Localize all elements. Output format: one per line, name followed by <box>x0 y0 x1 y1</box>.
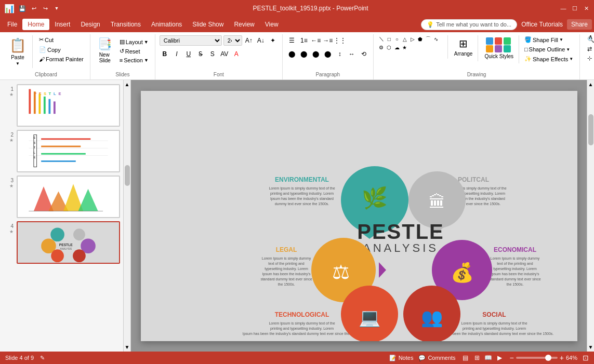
slide-preview-3[interactable] <box>17 176 120 218</box>
shape-9[interactable]: ⚙ <box>378 44 385 51</box>
slide-thumb-2[interactable]: 2 ★ E S T L E <box>3 130 120 172</box>
shape-10[interactable]: ⬡ <box>386 44 393 51</box>
canvas-scroll-down[interactable]: ▼ <box>587 343 594 352</box>
close-btn[interactable]: ✕ <box>583 5 590 12</box>
layout-button[interactable]: ▤Layout ▼ <box>117 37 151 46</box>
comments-icon: 💬 <box>418 355 426 361</box>
text-direction-btn[interactable]: ↔ <box>347 49 357 59</box>
italic-btn[interactable]: I <box>171 49 182 59</box>
slide-thumb-4[interactable]: 4 ★ PESTLE ANALYSIS <box>3 221 120 264</box>
char-spacing-btn[interactable]: AV <box>219 49 230 59</box>
underline-btn[interactable]: U <box>183 49 194 59</box>
menu-insert[interactable]: Insert <box>49 19 75 30</box>
shape-5[interactable]: ▷ <box>409 35 416 43</box>
fit-page-btn[interactable]: ⊡ <box>583 354 589 362</box>
font-family-select[interactable]: Calibri <box>160 35 222 46</box>
reset-button[interactable]: ↺Reset <box>117 47 151 56</box>
canvas-scroll-up[interactable]: ▲ <box>587 80 594 89</box>
slide-thumb-3[interactable]: 3 ★ <box>3 176 120 218</box>
shape-1[interactable]: ＼ <box>378 35 385 43</box>
tell-me-box[interactable]: 💡 Tell me what you want to do... <box>421 19 517 30</box>
restore-btn[interactable]: ☐ <box>571 5 578 12</box>
menu-view[interactable]: View <box>260 19 284 30</box>
minimize-btn[interactable]: — <box>560 5 567 12</box>
paste-button[interactable]: 📋 Paste ▼ <box>6 35 29 68</box>
menu-animations[interactable]: Animations <box>146 19 187 30</box>
notes-button[interactable]: 📝 Notes <box>389 355 414 361</box>
numbering-btn[interactable]: 1≡ <box>299 35 309 46</box>
scroll-down-btn[interactable]: ▼ <box>123 343 131 352</box>
shape-effects-button[interactable]: ✨ Shape Effects ▼ <box>522 55 575 63</box>
menu-transitions[interactable]: Transitions <box>105 19 146 30</box>
canvas-scrollbar-v[interactable]: ▲ ▼ <box>587 80 594 352</box>
increase-indent-btn[interactable]: →≡ <box>323 35 333 46</box>
share-btn[interactable]: Share <box>567 19 592 30</box>
menu-slideshow[interactable]: Slide Show <box>187 19 229 30</box>
comments-button[interactable]: 💬 Comments <box>418 355 455 361</box>
justify-btn[interactable]: ⬤ <box>323 49 333 59</box>
normal-view-btn[interactable]: ▤ <box>461 353 470 362</box>
collapse-ribbon-btn[interactable]: ∧ <box>588 33 593 41</box>
menu-design[interactable]: Design <box>75 19 105 30</box>
slide-thumb-1[interactable]: 1 ★ P E S T L E <box>3 84 120 127</box>
bullets-btn[interactable]: ☰ <box>287 35 297 46</box>
shape-6[interactable]: ⬟ <box>417 35 424 43</box>
section-button[interactable]: ≡Section ▼ <box>117 56 151 64</box>
shape-outline-button[interactable]: □ Shape Outline ▼ <box>522 45 575 53</box>
decrease-font-btn[interactable]: A↓ <box>256 35 266 46</box>
shape-7[interactable]: ⌒ <box>425 35 432 43</box>
new-slide-button[interactable]: 📑 NewSlide <box>95 35 115 65</box>
slideshow-btn[interactable]: ▶ <box>495 353 505 362</box>
scroll-up-btn[interactable]: ▲ <box>123 80 131 89</box>
slide-preview-1[interactable]: P E S T L E <box>17 84 120 127</box>
svg-text:text of the printing and: text of the printing and <box>268 262 304 266</box>
align-center-btn[interactable]: ⬤ <box>299 49 309 59</box>
cut-button[interactable]: ✂Cut <box>37 35 86 44</box>
format-painter-button[interactable]: 🖌Format Painter <box>37 55 86 63</box>
slide-preview-4[interactable]: PESTLE ANALYSIS <box>17 221 120 264</box>
reading-view-btn[interactable]: 📖 <box>484 353 493 362</box>
slides-scrollbar[interactable]: ▲ ▼ <box>124 80 131 352</box>
customize-btn[interactable]: ▼ <box>52 4 61 13</box>
shape-8[interactable]: ∿ <box>432 35 440 43</box>
quick-styles-button[interactable]: Quick Styles <box>481 35 517 61</box>
slide-preview-2[interactable]: E S T L E <box>17 130 120 172</box>
font-size-select[interactable]: 24 <box>223 35 242 46</box>
decrease-indent-btn[interactable]: ←≡ <box>311 35 321 46</box>
title-bar-right: — ☐ ✕ <box>560 5 590 12</box>
slide-sorter-btn[interactable]: ⊞ <box>472 353 482 362</box>
menu-home[interactable]: Home <box>22 19 49 30</box>
smartart-btn[interactable]: ⟲ <box>359 49 369 59</box>
copy-button[interactable]: 📄Copy <box>37 45 86 54</box>
arrange-button[interactable]: ⊞ Arrange <box>451 35 476 59</box>
slide-canvas[interactable]: ENVIRONMENTAL Lorem Ipsum is simply dumm… <box>141 91 577 341</box>
shape-4[interactable]: △ <box>401 35 408 43</box>
font-color-btn[interactable]: A <box>231 49 242 59</box>
shape-3[interactable]: ○ <box>393 35 401 43</box>
clear-format-btn[interactable]: ✦ <box>268 35 278 46</box>
zoom-in-btn[interactable]: + <box>560 354 564 362</box>
strikethrough-btn[interactable]: S̶ <box>195 49 206 59</box>
shape-fill-button[interactable]: 🪣 Shape Fill ▼ <box>522 35 575 44</box>
menu-review[interactable]: Review <box>229 19 259 30</box>
shape-12[interactable]: ★ <box>401 44 408 51</box>
line-spacing-btn[interactable]: ↕ <box>335 49 345 59</box>
bold-btn[interactable]: B <box>160 49 170 59</box>
undo-btn[interactable]: ↩ <box>29 4 38 13</box>
office-tutorials-btn[interactable]: Office Tutorials <box>521 21 563 28</box>
align-right-btn[interactable]: ⬤ <box>311 49 321 59</box>
zoom-slider[interactable] <box>516 357 558 359</box>
columns-btn[interactable]: ⋮⋮ <box>335 35 345 46</box>
shape-2[interactable]: □ <box>386 35 393 43</box>
menu-right: 💡 Tell me what you want to do... Office … <box>421 19 592 30</box>
zoom-out-btn[interactable]: − <box>510 354 514 362</box>
redo-btn[interactable]: ↪ <box>41 4 50 13</box>
increase-font-btn[interactable]: A↑ <box>244 35 254 46</box>
menu-file[interactable]: File <box>2 19 22 30</box>
replace-button[interactable]: ⇄ Replace <box>584 45 594 53</box>
align-left-btn[interactable]: ⬤ <box>287 49 297 59</box>
save-btn[interactable]: 💾 <box>18 4 27 13</box>
shape-11[interactable]: ☁ <box>393 44 401 51</box>
shadow-btn[interactable]: S <box>207 49 218 59</box>
select-button[interactable]: ⊹ Select ▼ <box>584 54 594 63</box>
